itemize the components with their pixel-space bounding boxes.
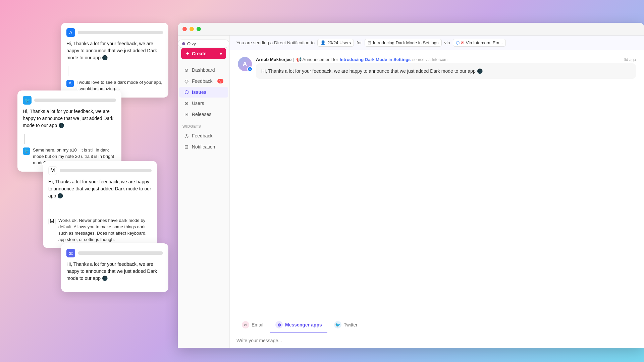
message-source: source via Intercom bbox=[412, 57, 447, 62]
feedback-badge: 9 bbox=[217, 79, 223, 83]
sidebar-item-releases-label: Releases bbox=[192, 112, 211, 117]
notif-feature-chip[interactable]: ⊡ Introducing Dark Mode in Settings bbox=[365, 39, 442, 47]
notif-feature-name: Introducing Dark Mode in Settings bbox=[373, 40, 439, 45]
message-sender: Arnob Mukherjee bbox=[256, 57, 291, 62]
card-gmail-header: M bbox=[48, 166, 152, 175]
card-appstore-divider bbox=[68, 66, 68, 76]
sidebar-item-users-label: Users bbox=[192, 101, 204, 106]
avatar-wrap: A A bbox=[238, 57, 252, 71]
email-chip-icon: ✉ bbox=[461, 40, 465, 45]
messenger-tab-icon: ⊛ bbox=[275, 321, 283, 328]
appstore-icon: A bbox=[66, 28, 75, 37]
card-gmail: M Hi, Thanks a lot for your feedback, we… bbox=[43, 161, 157, 248]
w-notification-icon: ⊡ bbox=[184, 144, 189, 149]
message-pipe: | bbox=[293, 57, 294, 62]
tab-email-label: Email bbox=[252, 322, 263, 327]
notification-bar: You are sending a Direct Notification to… bbox=[230, 36, 644, 50]
tab-email[interactable]: ✉ Email bbox=[236, 317, 269, 333]
notif-prefix-text: You are sending a Direct Notification to bbox=[236, 40, 315, 45]
sidebar-item-issues-label: Issues bbox=[192, 89, 207, 95]
sidebar-item-releases[interactable]: ⊡ Releases bbox=[179, 109, 228, 120]
sidebar-item-feedback-label: Feedback bbox=[192, 78, 212, 84]
sidebar-item-dashboard[interactable]: ⊙ Dashboard bbox=[179, 65, 228, 75]
card-discord-header: dc bbox=[66, 249, 163, 257]
widgets-section-label: WIDGETS bbox=[178, 120, 229, 130]
sidebar-item-w-notification-label: Notification bbox=[192, 144, 215, 149]
tab-twitter[interactable]: 🐦 Twitter bbox=[329, 317, 363, 333]
compose-input[interactable] bbox=[236, 338, 637, 343]
orby-pill[interactable]: Olvy bbox=[178, 40, 229, 48]
card-discord-title-bar bbox=[78, 251, 163, 255]
message-text: Hi, Thanks a lot for your feedback, we a… bbox=[256, 63, 636, 79]
traffic-light-yellow[interactable] bbox=[190, 27, 194, 31]
notif-users-chip[interactable]: 👤 20/24 Users bbox=[317, 39, 354, 47]
card-gmail-reply: M Works ok. Newer phones have dark mode … bbox=[48, 218, 152, 243]
card-discord: dc Hi, Thanks a lot for your feedback, w… bbox=[61, 243, 168, 292]
card-title-bar bbox=[78, 31, 163, 34]
card-appstore: A Hi, Thanks a lot for your feedback, we… bbox=[61, 23, 168, 98]
traffic-light-green[interactable] bbox=[197, 27, 201, 31]
intercom-chip-icon: ⬡ bbox=[456, 40, 460, 45]
gmail-icon: M bbox=[48, 166, 57, 175]
twitter-icon: 🐦 bbox=[23, 96, 32, 105]
create-label: Create bbox=[192, 51, 207, 56]
bottom-area: ✉ Email ⊛ Messenger apps 🐦 Twitter bbox=[230, 317, 644, 348]
traffic-light-red[interactable] bbox=[182, 27, 187, 31]
notif-via-text: via bbox=[444, 40, 450, 45]
feedback-nav-icon: ◎ bbox=[184, 78, 189, 84]
notif-via-channel-text: Via Intercom, Em... bbox=[466, 40, 503, 45]
appstore-reply-icon: A bbox=[66, 80, 74, 87]
cards-area: A Hi, Thanks a lot for your feedback, we… bbox=[0, 0, 178, 362]
sidebar-item-feedback[interactable]: ◎ Feedback 9 bbox=[179, 76, 228, 86]
email-tab-icon: ✉ bbox=[242, 321, 249, 328]
tab-messenger-label: Messenger apps bbox=[285, 322, 322, 327]
card-gmail-title-bar bbox=[60, 169, 152, 172]
discord-icon: dc bbox=[66, 249, 75, 257]
card-twitter-title-bar bbox=[34, 99, 116, 102]
create-btn-left: ＋ Create bbox=[185, 51, 207, 57]
avatar-badge-icon: A bbox=[247, 66, 253, 72]
card-twitter: 🐦 Hi, Thanks a lot for your feedback, we… bbox=[17, 90, 121, 172]
window-body: Olvy ＋ Create ▾ ⊙ Dashboard ◎ Feedback 9 bbox=[178, 36, 644, 348]
message-announcement-link[interactable]: Introducing Dark Mode in Settings bbox=[340, 57, 411, 62]
twitter-reply-icon: 🐦 bbox=[23, 147, 30, 155]
sidebar-item-users[interactable]: ⊛ Users bbox=[179, 98, 228, 109]
orby-dot bbox=[182, 42, 185, 45]
widgets-nav: ◎ Feedback ⊡ Notification bbox=[178, 130, 229, 152]
message-compose bbox=[230, 333, 644, 348]
card-gmail-divider bbox=[50, 204, 50, 214]
card-discord-message: Hi, Thanks a lot for your feedback, we a… bbox=[66, 261, 163, 282]
message-row: A A Arnob Mukherjee | 📢 Announcement for… bbox=[238, 57, 636, 79]
issues-icon: ⬡ bbox=[184, 89, 189, 95]
notif-users-count: 20/24 Users bbox=[327, 40, 351, 45]
sidebar-nav: ⊙ Dashboard ◎ Feedback 9 ⬡ Issues ⊛ User… bbox=[178, 65, 229, 120]
create-button[interactable]: ＋ Create ▾ bbox=[181, 48, 226, 59]
users-icon: ⊛ bbox=[184, 101, 189, 106]
notif-via-chip[interactable]: ⬡ ✉ Via Intercom, Em... bbox=[453, 39, 506, 47]
card-appstore-message: Hi, Thanks a lot for your feedback, we a… bbox=[66, 40, 163, 61]
app-window: Olvy ＋ Create ▾ ⊙ Dashboard ◎ Feedback 9 bbox=[178, 23, 644, 348]
notif-for-text: for bbox=[357, 40, 362, 45]
create-chevron-icon: ▾ bbox=[220, 51, 222, 56]
card-gmail-reply-text: Works ok. Newer phones have dark mode by… bbox=[58, 218, 152, 243]
twitter-tab-icon: 🐦 bbox=[334, 321, 341, 328]
orby-label: Olvy bbox=[187, 41, 196, 46]
card-gmail-message: Hi, Thanks a lot for your feedback, we a… bbox=[48, 178, 152, 199]
window-titlebar bbox=[178, 23, 644, 36]
releases-icon: ⊡ bbox=[184, 112, 189, 117]
sidebar-item-w-notification[interactable]: ⊡ Notification bbox=[179, 141, 228, 152]
feature-chip-icon: ⊡ bbox=[368, 40, 371, 45]
card-appstore-header: A bbox=[66, 28, 163, 37]
card-twitter-message: Hi, Thanks a lot for your feedback, we a… bbox=[23, 108, 116, 129]
message-time: 6d ago bbox=[624, 57, 636, 62]
w-feedback-icon: ◎ bbox=[184, 133, 189, 138]
card-twitter-divider bbox=[24, 134, 25, 144]
gmail-reply-icon: M bbox=[48, 218, 56, 225]
tab-messenger[interactable]: ⊛ Messenger apps bbox=[270, 317, 327, 333]
message-bubble-wrap: Arnob Mukherjee | 📢 Announcement for Int… bbox=[256, 57, 636, 79]
channel-tabs: ✉ Email ⊛ Messenger apps 🐦 Twitter bbox=[230, 317, 644, 333]
message-announcement-prefix: 📢 Announcement for bbox=[296, 57, 338, 62]
sidebar-item-w-feedback-label: Feedback bbox=[192, 133, 212, 138]
sidebar-item-issues[interactable]: ⬡ Issues bbox=[179, 87, 228, 98]
sidebar-item-w-feedback[interactable]: ◎ Feedback bbox=[179, 130, 228, 141]
